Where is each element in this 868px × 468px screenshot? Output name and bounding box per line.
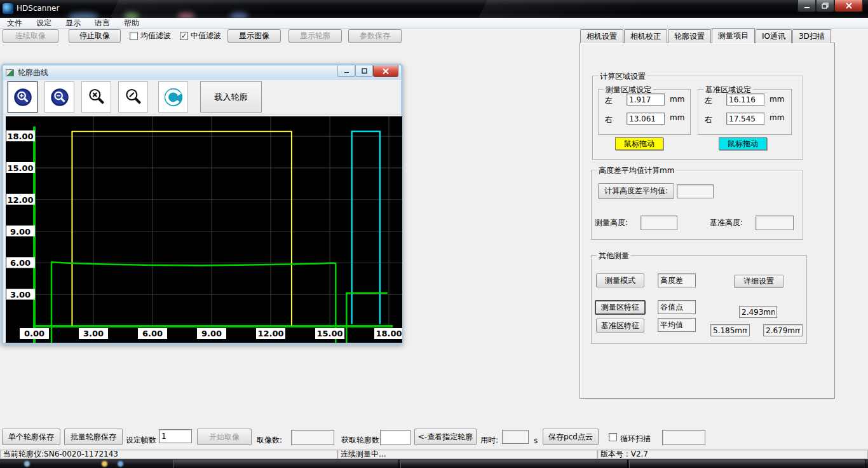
svg-text:6.00: 6.00 (10, 258, 31, 268)
profile-count-input[interactable] (380, 430, 410, 445)
measure-mode-field[interactable] (658, 273, 696, 287)
measurement-tab-page: 计算区域设置 测量区域设定 左 mm 右 mm 鼠标拖动 基准区域设定 左 mm… (580, 43, 835, 399)
glass-streak (478, 0, 652, 18)
save-params-button[interactable]: 参数保存 (348, 29, 402, 43)
load-profile-button[interactable]: 载入轮廓 (200, 81, 262, 113)
save-batch-profile-button[interactable]: 批量轮廓保存 (64, 429, 123, 445)
result-right-field[interactable] (763, 324, 803, 336)
reference-right-input[interactable] (726, 113, 764, 125)
reference-feature-field[interactable] (658, 318, 696, 332)
chart-close-button[interactable] (373, 65, 398, 77)
measure-right-label: 右 (605, 114, 613, 125)
mean-filter-label: 均值滤波 (140, 31, 171, 41)
start-orb[interactable] (24, 461, 30, 467)
measure-drag-button[interactable]: 鼠标拖动 (615, 137, 663, 150)
measure-left-input[interactable] (627, 93, 665, 106)
tab-profile-settings[interactable]: 轮廓设置 (668, 29, 711, 43)
refresh-icon (163, 86, 184, 108)
result-left-field[interactable] (710, 324, 750, 336)
zoom-out-button[interactable] (44, 81, 74, 113)
measure-feature-button[interactable]: 测量区特征 (595, 300, 646, 315)
profile-plot-svg: 18.0015.0012.009.006.003.000.003.006.009… (6, 116, 402, 343)
zoom-reset-button[interactable] (118, 81, 148, 113)
chart-window-titlebar[interactable]: 轮廓曲线 (3, 65, 401, 80)
calc-region-group: 计算区域设置 测量区域设定 左 mm 右 mm 鼠标拖动 基准区域设定 左 mm… (592, 76, 803, 160)
quicklaunch-icon[interactable] (118, 461, 123, 467)
loop-scan-field[interactable] (662, 430, 705, 445)
restore-button[interactable] (816, 0, 834, 12)
time-label: 用时: (480, 435, 498, 446)
taskbar[interactable] (0, 459, 868, 468)
measure-height-label: 测量高度: (595, 217, 628, 228)
show-image-button[interactable]: 显示图像 (227, 29, 281, 43)
quicklaunch-icon[interactable] (102, 461, 107, 467)
height-diff-title: 高度差平均值计算mm (597, 165, 676, 176)
profile-plot[interactable]: 18.0015.0012.009.006.003.000.003.006.009… (6, 116, 402, 343)
tab-3d-scan[interactable]: 3D扫描 (792, 29, 831, 43)
menu-language[interactable]: 语言 (88, 18, 117, 29)
tab-io-comm[interactable]: IO通讯 (756, 29, 792, 43)
measure-right-input[interactable] (627, 113, 665, 125)
calc-height-diff-button[interactable]: 计算高度差平均值: (598, 183, 674, 199)
svg-text:12.00: 12.00 (257, 329, 283, 338)
menu-help[interactable]: 帮助 (117, 18, 146, 29)
minimize-button[interactable] (797, 0, 816, 12)
tab-camera-settings[interactable]: 相机设置 (580, 29, 623, 43)
chart-maximize-button[interactable] (355, 65, 373, 77)
save-pcd-button[interactable]: 保存pcd点云 (543, 429, 599, 445)
frame-count-input[interactable] (159, 429, 192, 443)
menu-file[interactable]: 文件 (0, 18, 29, 29)
reference-left-input[interactable] (726, 93, 764, 106)
svg-text:12.00: 12.00 (7, 195, 33, 205)
zoom-cancel-icon (86, 87, 107, 107)
loop-scan-checkbox[interactable] (609, 433, 617, 441)
desktop-blob (230, 13, 248, 18)
measure-right-unit: mm (670, 113, 684, 122)
zoom-in-button[interactable] (8, 81, 37, 113)
loop-scan-label: 循环扫描 (620, 434, 651, 444)
chart-window-icon (6, 69, 14, 76)
continuous-capture-button[interactable]: 连续取像 (3, 29, 58, 43)
detail-settings-button[interactable]: 详细设置 (734, 275, 783, 288)
reference-height-field[interactable] (756, 216, 794, 230)
tabstrip: 相机设置 相机校正 轮廓设置 测量项目 IO通讯 3D扫描 (580, 28, 832, 43)
start-capture-button[interactable]: 开始取像 (197, 429, 252, 445)
tab-camera-calibration[interactable]: 相机校正 (624, 29, 667, 43)
app-icon (3, 3, 13, 14)
tab-measurement-items[interactable]: 测量项目 (712, 28, 755, 43)
measure-height-field[interactable] (641, 216, 677, 230)
menu-settings[interactable]: 设定 (29, 18, 58, 29)
close-button[interactable] (834, 0, 863, 12)
capture-count-field[interactable] (291, 430, 334, 445)
median-filter-checkbox[interactable]: ✓ (180, 32, 188, 40)
reference-drag-button[interactable]: 鼠标拖动 (719, 137, 767, 150)
chart-toolbar: 载入轮廓 (3, 80, 401, 114)
svg-text:9.00: 9.00 (201, 329, 222, 338)
measurement-panel: 相机设置 相机校正 轮廓设置 测量项目 IO通讯 3D扫描 计算区域设置 测量区… (579, 28, 836, 399)
svg-text:9.00: 9.00 (10, 227, 31, 237)
measure-mode-button[interactable]: 测量模式 (596, 273, 644, 287)
taskbar-item[interactable] (173, 460, 399, 468)
save-single-profile-button[interactable]: 单个轮廓保存 (2, 429, 60, 445)
zoom-cancel-button[interactable] (81, 81, 111, 113)
show-profile-button[interactable]: 显示轮廓 (288, 29, 342, 43)
reference-feature-button[interactable]: 基准区特征 (596, 319, 644, 333)
calc-region-title: 计算区域设置 (598, 71, 648, 82)
time-field[interactable] (502, 430, 529, 444)
chart-minimize-button[interactable] (337, 65, 355, 77)
stop-capture-button[interactable]: 停止取像 (69, 29, 121, 43)
view-profile-button[interactable]: <-查看指定轮廓 (414, 429, 477, 445)
taskbar-item[interactable] (400, 460, 628, 468)
menu-display[interactable]: 显示 (58, 18, 88, 29)
mean-filter-checkbox[interactable] (130, 32, 138, 40)
reference-right-label: 右 (705, 114, 712, 125)
refresh-button[interactable] (158, 81, 188, 113)
height-diff-result-field[interactable] (677, 184, 714, 198)
svg-text:3.00: 3.00 (83, 329, 104, 338)
result-top-field[interactable] (739, 306, 777, 318)
height-diff-group: 高度差平均值计算mm 计算高度差平均值: 测量高度: 基准高度: (591, 170, 803, 240)
measure-feature-field[interactable] (658, 300, 696, 314)
measure-region-group: 测量区域设定 左 mm 右 mm (598, 89, 691, 135)
zoom-reset-icon (123, 87, 144, 107)
taskbar-item[interactable] (629, 460, 865, 468)
